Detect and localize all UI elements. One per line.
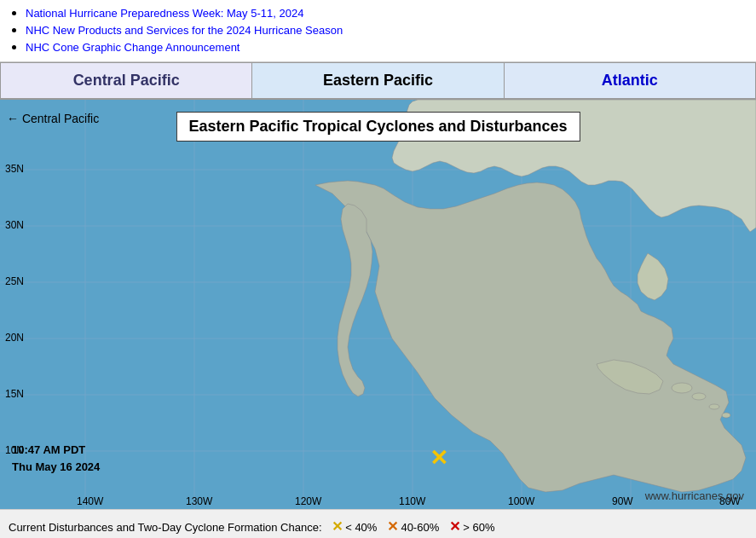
map-container: Eastern Pacific Tropical Cyclones and Di… bbox=[0, 100, 756, 509]
legend-label-low: < 40% bbox=[345, 518, 377, 537]
website-label: www.hurricanes.gov bbox=[645, 489, 744, 502]
svg-point-16 bbox=[672, 383, 692, 393]
x-yellow-icon: ✕ bbox=[332, 515, 343, 538]
timestamp-time: 10:47 AM PDT bbox=[12, 443, 85, 456]
legend-item-med: ✕ 40-60% bbox=[387, 515, 439, 538]
legend-disturbance-row: Current Disturbances and Two-Day Cyclone… bbox=[9, 515, 747, 538]
x-orange-icon: ✕ bbox=[387, 515, 398, 538]
nav-link-products[interactable]: NHC New Products and Services for the 20… bbox=[26, 24, 343, 37]
legend-item-high: ✕ > 60% bbox=[449, 515, 494, 538]
lon-label-100w: 100W bbox=[508, 495, 534, 507]
svg-point-19 bbox=[722, 413, 730, 418]
lat-label-15n: 15N bbox=[5, 388, 24, 400]
map-title: Eastern Pacific Tropical Cyclones and Di… bbox=[176, 112, 580, 142]
svg-point-17 bbox=[692, 393, 706, 400]
top-navigation: National Hurricane Preparedness Week: Ma… bbox=[0, 0, 756, 62]
lat-label-35n: 35N bbox=[5, 163, 24, 175]
svg-marker-21 bbox=[638, 253, 668, 300]
lat-label-30n: 30N bbox=[5, 219, 24, 231]
lon-label-130w: 130W bbox=[186, 495, 212, 507]
basin-tabs: Central Pacific Eastern Pacific Atlantic bbox=[0, 62, 756, 100]
nav-link-item: National Hurricane Preparedness Week: Ma… bbox=[26, 5, 747, 20]
legend-title: Current Disturbances and Two-Day Cyclone… bbox=[9, 518, 322, 537]
tab-eastern-pacific[interactable]: Eastern Pacific bbox=[252, 62, 504, 98]
svg-marker-13 bbox=[315, 181, 746, 492]
x-red-icon: ✕ bbox=[449, 515, 460, 538]
lon-label-120w: 120W bbox=[295, 495, 321, 507]
nav-link-cone[interactable]: NHC Cone Graphic Change Announcement bbox=[26, 41, 239, 54]
nav-link-item: NHC Cone Graphic Change Announcement bbox=[26, 39, 747, 55]
central-pacific-label: ← Central Pacific bbox=[7, 112, 99, 125]
legend-label-high: > 60% bbox=[463, 518, 494, 537]
svg-point-18 bbox=[709, 404, 719, 409]
tab-atlantic[interactable]: Atlantic bbox=[505, 62, 756, 98]
nav-link-preparedness[interactable]: National Hurricane Preparedness Week: Ma… bbox=[26, 7, 303, 20]
lon-label-90w: 90W bbox=[612, 495, 633, 507]
legend-label-med: 40-60% bbox=[401, 518, 439, 537]
nav-link-item: NHC New Products and Services for the 20… bbox=[26, 22, 747, 38]
lat-label-20n: 20N bbox=[5, 332, 24, 344]
timestamp-date: Thu May 16 2024 bbox=[12, 460, 100, 473]
map-timestamp: 10:47 AM PDT Thu May 16 2024 bbox=[12, 442, 100, 475]
nav-links-list: National Hurricane Preparedness Week: Ma… bbox=[9, 5, 747, 55]
lat-label-25n: 25N bbox=[5, 275, 24, 287]
map-legend: Current Disturbances and Two-Day Cyclone… bbox=[0, 509, 756, 538]
lon-label-110w: 110W bbox=[399, 495, 425, 507]
lon-label-140w: 140W bbox=[77, 495, 103, 507]
disturbance-marker-1: ✕ bbox=[430, 445, 448, 471]
map-svg bbox=[0, 100, 756, 509]
legend-item-low: ✕ < 40% bbox=[332, 515, 377, 538]
tab-central-pacific[interactable]: Central Pacific bbox=[0, 62, 252, 98]
